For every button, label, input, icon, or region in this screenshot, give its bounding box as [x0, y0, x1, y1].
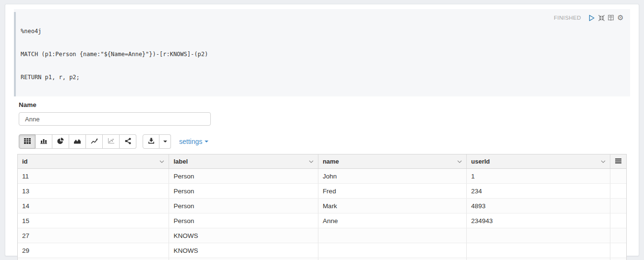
cell-menu — [610, 258, 626, 260]
share-icon — [125, 138, 131, 146]
column-header-label[interactable]: label — [169, 154, 318, 168]
line-chart-button[interactable] — [86, 134, 103, 149]
column-label: id — [22, 158, 28, 165]
table-row: 14 Person Mark 4893 — [18, 199, 626, 213]
cell-menu — [610, 213, 626, 228]
area-chart-icon — [74, 138, 81, 145]
table-view-button[interactable] — [19, 134, 36, 149]
compress-icon[interactable] — [596, 13, 606, 22]
chevron-down-icon[interactable] — [457, 160, 462, 163]
paragraph-controls: FINISHED ⚙ — [554, 13, 625, 22]
paragraph-card: %neo4j MATCH (p1:Person {name:"${Name=An… — [5, 4, 639, 256]
cell-label: Person — [169, 184, 318, 198]
cell-label: Person — [169, 213, 318, 228]
download-group — [143, 134, 171, 149]
code-line: RETURN p1, r, p2; — [21, 73, 208, 81]
code-text: %neo4j MATCH (p1:Person {name:"${Name=An… — [21, 12, 208, 96]
cell-label: Person — [169, 169, 318, 183]
result-table: id label name userId 11 Person — [17, 154, 627, 260]
grid-menu-button[interactable] — [610, 154, 626, 168]
table-header-row: id label name userId — [18, 154, 626, 169]
gear-glyph: ⚙ — [617, 14, 623, 22]
cell-menu — [610, 228, 626, 243]
code-editor[interactable]: %neo4j MATCH (p1:Person {name:"${Name=An… — [14, 9, 630, 96]
table-row: 13 Person Fred 234 — [18, 184, 626, 199]
chevron-down-icon[interactable] — [159, 160, 164, 163]
pie-chart-icon — [57, 138, 64, 146]
cell-id: 11 — [18, 169, 169, 183]
result-toolbar: settings — [19, 134, 630, 149]
name-field-label: Name — [19, 101, 630, 108]
cell-name: John — [318, 169, 467, 183]
cell-menu — [610, 184, 626, 198]
code-line: %neo4j — [21, 27, 208, 35]
cell-userId: 234 — [467, 184, 610, 198]
scatter-chart-button[interactable] — [103, 134, 120, 149]
settings-dropdown[interactable]: settings — [179, 138, 208, 145]
cell-id: 13 — [18, 184, 169, 198]
cell-name: Mark — [318, 199, 467, 213]
table-icon — [24, 138, 31, 145]
area-chart-button[interactable] — [69, 134, 86, 149]
cell-label: Person — [169, 199, 318, 213]
share-button[interactable] — [120, 134, 136, 149]
settings-label: settings — [179, 138, 202, 145]
status-badge: FINISHED — [554, 15, 581, 21]
cell-id: 15 — [18, 213, 169, 228]
column-label: name — [323, 158, 339, 165]
table-row: 29 KNOWS — [18, 243, 626, 258]
cell-name: Fred — [318, 184, 467, 198]
chevron-down-icon[interactable] — [309, 160, 314, 163]
pie-chart-button[interactable] — [52, 134, 69, 149]
download-icon — [148, 138, 155, 145]
bar-chart-icon — [40, 138, 47, 145]
download-caret-button[interactable] — [159, 134, 171, 149]
cell-userId: 234943 — [467, 213, 610, 228]
chart-type-group — [19, 134, 136, 149]
play-icon[interactable] — [587, 13, 596, 22]
bar-chart-button[interactable] — [36, 134, 52, 149]
table-row: 28 KNOWS — [18, 258, 626, 260]
hamburger-icon — [615, 158, 621, 165]
cell-name — [318, 243, 467, 258]
chevron-down-icon[interactable] — [601, 160, 606, 163]
cell-menu — [610, 243, 626, 258]
cell-name — [318, 228, 467, 243]
cell-id: 27 — [18, 228, 169, 243]
table-row: 27 KNOWS — [18, 228, 626, 243]
gear-icon[interactable]: ⚙ — [616, 13, 625, 22]
code-block[interactable]: %neo4j MATCH (p1:Person {name:"${Name=An… — [14, 12, 626, 96]
cell-userId: 4893 — [467, 199, 610, 213]
table-row: 11 Person John 1 — [18, 169, 626, 184]
caret-down-icon — [205, 141, 208, 142]
caret-down-icon — [163, 141, 167, 142]
column-header-id[interactable]: id — [18, 154, 169, 168]
line-chart-icon — [91, 138, 98, 145]
column-header-name[interactable]: name — [318, 154, 467, 168]
scatter-chart-icon — [108, 138, 114, 145]
download-button[interactable] — [143, 134, 159, 149]
dynamic-form: Name — [19, 101, 630, 126]
cell-id: 28 — [18, 258, 169, 260]
table-row: 15 Person Anne 234943 — [18, 213, 626, 228]
table-body: 11 Person John 1 13 Person Fred 234 14 P… — [18, 169, 626, 260]
cell-userId — [467, 243, 610, 258]
code-line: MATCH (p1:Person {name:"${Name=Anne}"})-… — [21, 50, 208, 58]
book-icon[interactable] — [606, 13, 616, 22]
cell-name — [318, 258, 467, 260]
column-header-userId[interactable]: userId — [467, 154, 610, 168]
editor-accent-bar — [14, 12, 16, 96]
cell-menu — [610, 169, 626, 183]
cell-id: 29 — [18, 243, 169, 258]
cell-userId: 1 — [467, 169, 610, 183]
cell-menu — [610, 199, 626, 213]
cell-name: Anne — [318, 213, 467, 228]
cell-label: KNOWS — [169, 228, 318, 243]
cell-label: KNOWS — [169, 258, 318, 260]
cell-label: KNOWS — [169, 243, 318, 258]
column-label: userId — [471, 158, 490, 165]
cell-id: 14 — [18, 199, 169, 213]
name-input[interactable] — [19, 112, 211, 126]
column-label: label — [173, 158, 188, 165]
cell-userId — [467, 228, 610, 243]
